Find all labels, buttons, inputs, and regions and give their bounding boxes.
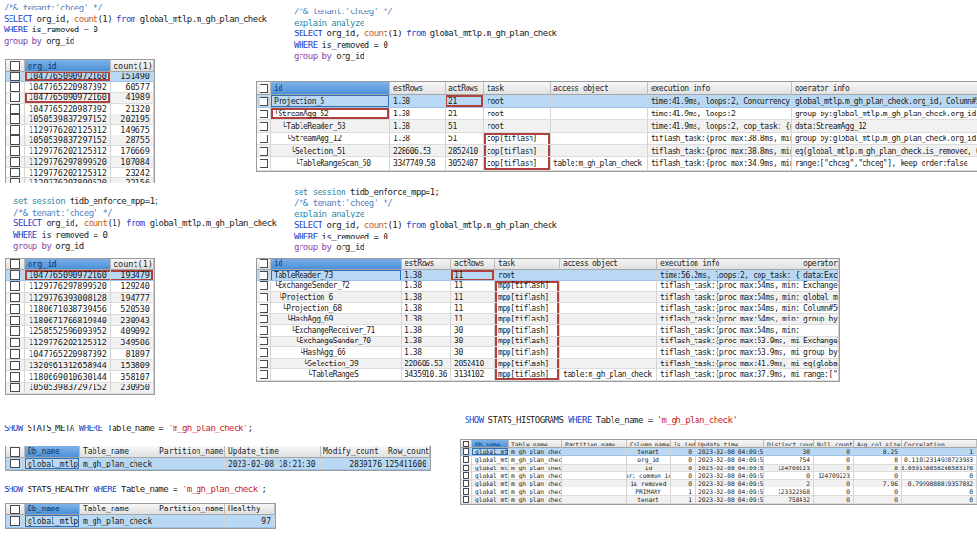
table-row[interactable]: Projection_51.3821roottime:41.9ms, loops…	[257, 95, 977, 108]
column-header[interactable]: id	[271, 259, 402, 270]
cell[interactable]: tiflash_task:{proc max:54ms, min:53	[657, 325, 800, 337]
cell[interactable]: global_mtlp	[472, 487, 509, 495]
table-row[interactable]: 1180669010630144358107	[6, 371, 154, 383]
cell[interactable]	[560, 325, 657, 337]
row-checkbox[interactable]	[10, 270, 20, 280]
cell[interactable]: range:["chceg","chceg"], keep order:fals…	[792, 157, 977, 170]
column-header[interactable]: Update_time	[225, 446, 321, 458]
checkbox-cell[interactable]	[257, 120, 271, 133]
cell[interactable]	[560, 281, 657, 293]
cell[interactable]	[560, 314, 657, 325]
checkbox-cell[interactable]	[257, 337, 271, 348]
cell[interactable]	[560, 292, 657, 303]
cell[interactable]: 1180671038739456	[25, 303, 111, 315]
cell[interactable]: global_mtlp	[472, 456, 509, 464]
cell[interactable]: 23242	[111, 168, 154, 178]
table-row[interactable]: 1129776393008128194777	[6, 293, 154, 304]
cell[interactable]: └TableRangeS	[271, 369, 402, 381]
cell[interactable]: data:StreamAgg_12	[792, 120, 977, 133]
cell[interactable]	[551, 95, 648, 108]
column-header[interactable]: org_id	[25, 259, 111, 270]
row-checkbox[interactable]	[10, 293, 20, 302]
table-row[interactable]: └TableReader_531.3851roottime:41.9ms, lo…	[257, 120, 977, 133]
table-row[interactable]: 105053983729715228755	[6, 135, 154, 146]
cell[interactable]: global_mtlp	[472, 472, 509, 480]
cell[interactable]: 358107	[111, 371, 154, 383]
column-header[interactable]: actRows	[446, 82, 484, 95]
row-checkbox[interactable]	[10, 135, 20, 145]
row-checkbox[interactable]	[10, 326, 20, 336]
cell[interactable]: 153809	[111, 360, 154, 371]
cell[interactable]: 409092	[111, 326, 154, 338]
checkbox-cell[interactable]	[6, 315, 25, 326]
cell-annotated[interactable]: 1047765090972160	[25, 270, 111, 281]
column-header[interactable]: Healthy	[225, 504, 275, 515]
cell[interactable]: 0	[671, 480, 696, 487]
cell[interactable]: └TableRangeScan_50	[271, 157, 390, 170]
cell[interactable]	[562, 448, 627, 456]
cell[interactable]: 1.38	[402, 337, 451, 348]
column-header[interactable]: Modify_count	[321, 446, 385, 458]
table-row[interactable]: └StreamAgg_121.3851cop[tiflash]tiflash_t…	[257, 133, 977, 145]
table-row[interactable]: global_mtlpm_gh_plan_checkPRIMARY12023-0…	[461, 487, 977, 495]
cell-annotated[interactable]: mpp[tiflash]	[495, 314, 560, 325]
cell[interactable]: 1.38	[390, 108, 446, 120]
cell[interactable]	[156, 515, 225, 528]
cell[interactable]: 2852410	[446, 145, 484, 157]
row-checkbox[interactable]	[463, 448, 469, 455]
table-row[interactable]: 1047765090972160151490	[6, 72, 154, 82]
cell[interactable]: m_gh_plan_check	[509, 456, 562, 464]
row-checkbox[interactable]	[10, 146, 20, 156]
cell[interactable]: 1129776297899520	[25, 281, 111, 293]
sql-query-show-stats-histograms[interactable]: SHOW STATS_HISTOGRAMS WHERE Table_name =…	[465, 415, 737, 426]
cell[interactable]: m_gh_plan_check	[509, 465, 562, 472]
cell[interactable]: 123322368	[764, 487, 814, 495]
cell-annotated[interactable]: 1047765090972160	[25, 72, 111, 82]
cell[interactable]: 2023-02-08 04:09:53	[696, 465, 764, 472]
cell[interactable]: 1050539837297152	[25, 114, 111, 125]
cell[interactable]: 3134102	[451, 369, 495, 381]
table-row[interactable]: 1050539837297152230950	[6, 383, 154, 394]
cell[interactable]: └HashAgg_69	[271, 314, 402, 325]
column-header[interactable]: count(1)	[111, 259, 154, 270]
cell[interactable]: 3435910.36	[402, 369, 451, 381]
checkbox-cell[interactable]	[257, 157, 271, 170]
cell[interactable]: global_mtlp	[25, 515, 80, 528]
table-row[interactable]: └HashAgg_691.3811mpp[tiflash]tiflash_tas…	[257, 314, 839, 325]
column-header[interactable]: Table_name	[80, 446, 156, 458]
sql-query-show-stats-healthy[interactable]: SHOW STATS_HEALTHY WHERE Table_name = 'm…	[4, 485, 266, 496]
checkbox-cell[interactable]	[6, 157, 25, 168]
table-row[interactable]: 1047765090972160193479	[6, 270, 154, 281]
column-header[interactable]: estRows	[390, 82, 446, 95]
cell[interactable]: 0	[671, 448, 696, 456]
cell[interactable]: 1129776393008128	[25, 293, 111, 304]
cell[interactable]: 11	[451, 281, 495, 293]
cell[interactable]: global_mtlp	[25, 458, 80, 470]
cell[interactable]: 2839176	[321, 458, 385, 470]
table-row[interactable]: 1129776202125312176669	[6, 146, 154, 156]
checkbox-cell[interactable]	[461, 456, 472, 464]
table-row[interactable]: 112977629789952022156	[6, 178, 154, 183]
row-checkbox[interactable]	[10, 93, 20, 102]
cell[interactable]	[551, 133, 648, 145]
cell[interactable]: 202195	[111, 114, 154, 125]
cell[interactable]: 1.38	[390, 133, 446, 145]
table-row[interactable]: 104776522098739281897	[6, 349, 154, 361]
cell[interactable]: 28755	[111, 135, 154, 146]
cell[interactable]: 0	[671, 456, 696, 464]
checkbox-cell[interactable]	[6, 104, 25, 114]
table-row[interactable]: global_mtlpm_gh_plan_checktenant02023-02…	[461, 448, 977, 456]
table-row[interactable]: 1180671766819840230943	[6, 315, 154, 326]
cell[interactable]: 2023-02-08 04:09:53	[696, 480, 764, 487]
column-header[interactable]: execution info	[648, 82, 792, 95]
cell[interactable]: 0	[814, 487, 854, 495]
cell[interactable]	[560, 337, 657, 348]
column-header[interactable]: access object	[560, 259, 657, 270]
row-checkbox[interactable]	[10, 516, 20, 526]
checkbox-cell[interactable]	[257, 95, 271, 108]
table-row[interactable]: global_mtlpm_gh_plan_checktenant12023-02…	[461, 496, 977, 504]
cell[interactable]: 228606.53	[390, 145, 446, 157]
cell[interactable]: m_gh_plan_check	[509, 448, 562, 456]
checkbox-cell[interactable]	[461, 487, 472, 495]
cell[interactable]: └HashAgg_66	[271, 347, 402, 359]
